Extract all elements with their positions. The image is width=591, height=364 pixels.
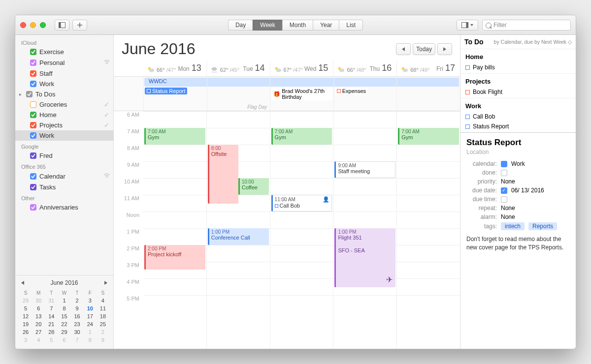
minical-day[interactable]: 30: [71, 328, 84, 336]
minical-day[interactable]: 8: [58, 304, 70, 312]
calendar-event[interactable]: 9:00 AMStaff meeting: [334, 161, 395, 178]
todo-sort[interactable]: by Calendar, due by Next Week ◇: [494, 39, 572, 45]
minical-day[interactable]: 19: [19, 320, 32, 328]
sidebar-item[interactable]: Home ✓: [15, 110, 113, 120]
minical-day[interactable]: 9: [97, 336, 109, 344]
duedate-value[interactable]: 06/ 13/ 2016: [511, 187, 544, 194]
view-week[interactable]: Week: [253, 20, 282, 30]
add-button[interactable]: [72, 20, 87, 30]
day-header[interactable]: 62°/45° Tue14: [206, 61, 270, 76]
minical-day[interactable]: 2: [71, 297, 84, 304]
todo-item[interactable]: Call Bob: [465, 112, 571, 121]
minical-prev[interactable]: [21, 281, 24, 285]
minical-day[interactable]: 6: [58, 336, 70, 344]
sidebar-item[interactable]: Projects ✓: [15, 120, 113, 130]
sidebar-section-todos[interactable]: ▸To Dos: [15, 89, 113, 99]
view-day[interactable]: Day: [228, 20, 253, 30]
minical-day[interactable]: 21: [45, 320, 58, 328]
day-header[interactable]: 67°/47° Wed15: [270, 61, 333, 76]
sidebar-toggle-button[interactable]: [55, 20, 69, 30]
inspector-location[interactable]: Location: [466, 149, 570, 155]
todo-checkbox[interactable]: [465, 124, 470, 129]
minical-day[interactable]: 13: [32, 312, 45, 320]
calendar-checkbox[interactable]: [30, 184, 36, 190]
calendar-checkbox[interactable]: [30, 152, 36, 159]
minical-day[interactable]: 8: [84, 336, 97, 344]
minical-day[interactable]: 15: [58, 312, 70, 320]
alarm-value[interactable]: None: [501, 213, 515, 220]
calendar-event[interactable]: 1:00 PMConference Call: [208, 228, 269, 245]
minical-day[interactable]: 9: [71, 304, 84, 312]
sidebar-item[interactable]: Tasks: [15, 182, 113, 192]
todo-item[interactable]: Status Report: [465, 121, 571, 131]
minical-day[interactable]: 4: [97, 297, 109, 304]
day-column[interactable]: 9:00 AMStaff meeting1:00 PMFlight 351SFO…: [333, 111, 396, 349]
sidebar-item[interactable]: Groceries ✓: [15, 99, 113, 110]
calendar-checkbox[interactable]: [30, 112, 36, 118]
allday-event[interactable]: 🎁Brad Wood's 27th Birthday: [271, 88, 332, 100]
minical-day[interactable]: 12: [19, 312, 32, 320]
day-header[interactable]: 66°/48° Thu16: [333, 61, 396, 76]
calendar-checkbox[interactable]: [30, 49, 36, 55]
view-list[interactable]: List: [339, 20, 363, 30]
day-column[interactable]: 7:00 AMGym2:00 PMProject kickoff: [143, 111, 206, 349]
minical-day[interactable]: 17: [84, 312, 97, 320]
allday-event[interactable]: Expenses: [335, 88, 368, 94]
minical-day[interactable]: 16: [71, 312, 84, 320]
calendar-event[interactable]: 11:00 AM👤Call Bob: [271, 195, 332, 212]
minical-day[interactable]: 1: [58, 297, 70, 304]
priority-value[interactable]: None: [501, 178, 515, 185]
calendar-checkbox[interactable]: [30, 70, 36, 77]
tag[interactable]: intech: [501, 222, 525, 230]
minimize-icon[interactable]: [30, 22, 36, 28]
calendar-event[interactable]: 8:00Offsite: [208, 145, 238, 204]
zoom-icon[interactable]: [40, 22, 46, 28]
minical-day[interactable]: 6: [32, 304, 45, 312]
minical-day[interactable]: 5: [45, 336, 58, 344]
sidebar-item[interactable]: Fred: [15, 151, 113, 161]
inspector-calendar[interactable]: Work: [511, 160, 525, 167]
sidebar-item[interactable]: Work: [15, 79, 113, 89]
minical-day[interactable]: 20: [32, 320, 45, 328]
prev-week-button[interactable]: [396, 43, 411, 55]
minical-day[interactable]: 25: [97, 320, 109, 328]
close-icon[interactable]: [20, 22, 26, 28]
repeat-value[interactable]: None: [501, 205, 515, 212]
minical-day[interactable]: 2: [97, 328, 109, 336]
sidebar-item[interactable]: Calendar: [15, 171, 113, 182]
inspector-toggle-button[interactable]: [457, 20, 478, 30]
minical-day[interactable]: 28: [45, 328, 58, 336]
calendar-checkbox[interactable]: [30, 132, 36, 139]
minical-day[interactable]: 24: [84, 320, 97, 328]
minical-day[interactable]: 29: [19, 297, 32, 304]
minical-day[interactable]: 30: [32, 297, 45, 304]
mini-calendar[interactable]: June 2016 SMTWTFS29303112345678910111213…: [15, 275, 113, 349]
calendar-event[interactable]: 10:00Coffee: [238, 178, 269, 195]
minical-day[interactable]: 22: [58, 320, 70, 328]
view-month[interactable]: Month: [282, 20, 313, 30]
minical-day[interactable]: 18: [97, 312, 109, 320]
sidebar-item[interactable]: Anniversaries: [15, 202, 113, 212]
minical-day[interactable]: 14: [45, 312, 58, 320]
sidebar-item[interactable]: Work: [15, 130, 113, 141]
todo-checkbox[interactable]: [465, 115, 470, 119]
todo-checkbox[interactable]: [465, 90, 470, 94]
calendar-event[interactable]: 1:00 PMFlight 351SFO - SEA✈: [334, 228, 395, 287]
minical-day[interactable]: 4: [32, 336, 45, 344]
minical-next[interactable]: [104, 281, 107, 285]
sidebar-item[interactable]: Exercise: [15, 47, 113, 57]
minical-day[interactable]: 7: [45, 304, 58, 312]
calendar-checkbox[interactable]: [30, 81, 36, 87]
filter-input[interactable]: Filter: [482, 20, 571, 30]
day-column[interactable]: 8:00Offsite10:00Coffee1:00 PMConference …: [206, 111, 270, 349]
minical-day[interactable]: 3: [19, 336, 32, 344]
minical-day[interactable]: 5: [19, 304, 32, 312]
calendar-event[interactable]: 7:00 AMGym: [398, 128, 459, 145]
minical-day[interactable]: 7: [71, 336, 84, 344]
duetime-checkbox[interactable]: [501, 196, 507, 203]
minical-day[interactable]: 10: [84, 304, 97, 312]
duedate-checkbox[interactable]: [501, 187, 507, 194]
calendar-event[interactable]: 7:00 AMGym: [271, 128, 332, 145]
calendar-checkbox[interactable]: [30, 173, 36, 180]
calendar-checkbox[interactable]: [30, 101, 36, 108]
